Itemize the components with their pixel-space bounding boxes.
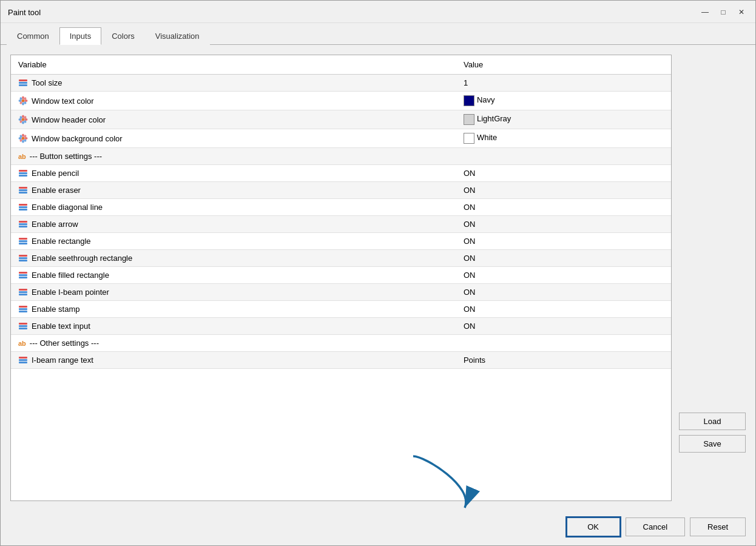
value-cell: ON: [456, 284, 671, 301]
variable-label: Enable seethrough rectangle: [32, 254, 132, 263]
table-row[interactable]: Enable I-beam pointerON: [11, 284, 671, 301]
svg-point-21: [22, 134, 24, 137]
variable-label: Enable I-beam pointer: [32, 288, 109, 297]
variable-label: Tool size: [32, 78, 62, 87]
table-row[interactable]: Window header colorLightGray: [11, 110, 671, 129]
table-row[interactable]: Tool size1: [11, 75, 671, 92]
load-button[interactable]: Load: [679, 413, 746, 430]
variable-cell: Window background color: [11, 129, 456, 148]
variable-label: Enable text input: [32, 322, 90, 331]
variable-label: --- Button settings ---: [30, 152, 102, 161]
svg-point-24: [25, 137, 28, 140]
value-cell: ON: [456, 318, 671, 335]
variable-label: Enable diagonal line: [32, 203, 103, 212]
variable-cell: I-beam range text: [11, 352, 456, 369]
table-row[interactable]: ab--- Other settings ---: [11, 335, 671, 352]
maximize-button[interactable]: □: [717, 5, 730, 19]
variable-cell: Enable stamp: [11, 301, 456, 318]
col-value: Value: [456, 55, 671, 75]
color-swatch: [464, 133, 474, 144]
svg-point-2: [22, 103, 24, 106]
layers-icon: [18, 221, 28, 228]
layers-icon: [18, 204, 28, 211]
layers-icon: [18, 255, 28, 261]
variable-cell: Enable arrow: [11, 216, 456, 233]
layers-icon: [18, 272, 28, 278]
svg-point-14: [25, 118, 28, 121]
table-row[interactable]: Enable filled rectangleON: [11, 267, 671, 284]
svg-point-9: [22, 99, 24, 102]
value-cell: ON: [456, 301, 671, 318]
tab-inputs[interactable]: Inputs: [59, 27, 101, 45]
side-buttons: Load Save: [679, 55, 746, 501]
table-row[interactable]: Enable text inputON: [11, 318, 671, 335]
table-row[interactable]: Enable eraserON: [11, 182, 671, 199]
variable-cell: Enable seethrough rectangle: [11, 250, 456, 267]
tab-common[interactable]: Common: [7, 27, 59, 45]
layers-icon: [18, 238, 28, 244]
variable-cell: Window text color: [11, 92, 456, 110]
tab-visualization[interactable]: Visualization: [145, 27, 210, 45]
flower-icon: [18, 96, 28, 106]
variables-table: Variable Value Tool size1: [11, 55, 671, 369]
table-row[interactable]: I-beam range textPoints: [11, 352, 671, 369]
layers-icon: [18, 170, 28, 177]
variable-cell: Enable diagonal line: [11, 199, 456, 216]
value-cell: Navy: [456, 92, 671, 110]
variable-label: Enable stamp: [32, 305, 80, 314]
layers-icon: [18, 79, 28, 86]
value-cell: ON: [456, 250, 671, 267]
svg-point-29: [22, 137, 24, 140]
svg-point-23: [19, 137, 22, 140]
ok-button[interactable]: OK: [566, 517, 621, 537]
table-row[interactable]: Window background colorWhite: [11, 129, 671, 148]
value-cell: ON: [456, 165, 671, 182]
value-cell: LightGray: [456, 110, 671, 129]
layers-icon: [18, 289, 28, 295]
close-button[interactable]: ✕: [735, 5, 748, 19]
table-row[interactable]: Enable diagonal lineON: [11, 199, 671, 216]
variable-cell: Enable text input: [11, 318, 456, 335]
variable-label: Window background color: [32, 134, 123, 143]
color-value-label: White: [477, 133, 497, 142]
variable-label: --- Other settings ---: [30, 339, 99, 348]
variable-label: Enable filled rectangle: [32, 271, 109, 280]
content-area: Variable Value Tool size1: [1, 45, 755, 511]
table-row[interactable]: ab--- Button settings ---: [11, 148, 671, 165]
table-row[interactable]: Enable seethrough rectangleON: [11, 250, 671, 267]
variable-cell: ab--- Button settings ---: [11, 148, 456, 165]
tab-colors[interactable]: Colors: [101, 27, 145, 45]
table-row[interactable]: Enable pencilON: [11, 165, 671, 182]
value-cell: ON: [456, 233, 671, 250]
variable-cell: Window header color: [11, 110, 456, 129]
title-bar-controls: — □ ✕: [698, 5, 748, 19]
color-swatch: [464, 95, 474, 106]
table-row[interactable]: Enable rectangleON: [11, 233, 671, 250]
variable-label: Window header color: [32, 115, 106, 124]
reset-button[interactable]: Reset: [690, 517, 746, 536]
minimize-button[interactable]: —: [698, 5, 712, 19]
save-button[interactable]: Save: [679, 435, 746, 453]
variable-label: Window text color: [32, 96, 94, 106]
window-title: Paint tool: [8, 8, 41, 17]
variable-label: Enable arrow: [32, 220, 78, 229]
variable-cell: Enable I-beam pointer: [11, 284, 456, 301]
variable-cell: Enable pencil: [11, 165, 456, 182]
ab-icon: ab: [18, 153, 26, 160]
title-bar: Paint tool — □ ✕: [1, 1, 755, 23]
table-row[interactable]: Window text colorNavy: [11, 92, 671, 110]
variable-label: Enable eraser: [32, 186, 81, 195]
value-cell: ON: [456, 216, 671, 233]
svg-point-11: [22, 115, 24, 118]
svg-point-4: [25, 99, 28, 102]
variable-label: Enable pencil: [32, 169, 79, 178]
value-cell: ON: [456, 182, 671, 199]
table-row[interactable]: Enable arrowON: [11, 216, 671, 233]
value-cell: ON: [456, 267, 671, 284]
layers-icon: [18, 357, 28, 363]
table-row[interactable]: Enable stampON: [11, 301, 671, 318]
col-variable: Variable: [11, 55, 456, 75]
flower-icon: [18, 133, 28, 143]
value-cell: 1: [456, 75, 671, 92]
cancel-button[interactable]: Cancel: [626, 517, 685, 536]
